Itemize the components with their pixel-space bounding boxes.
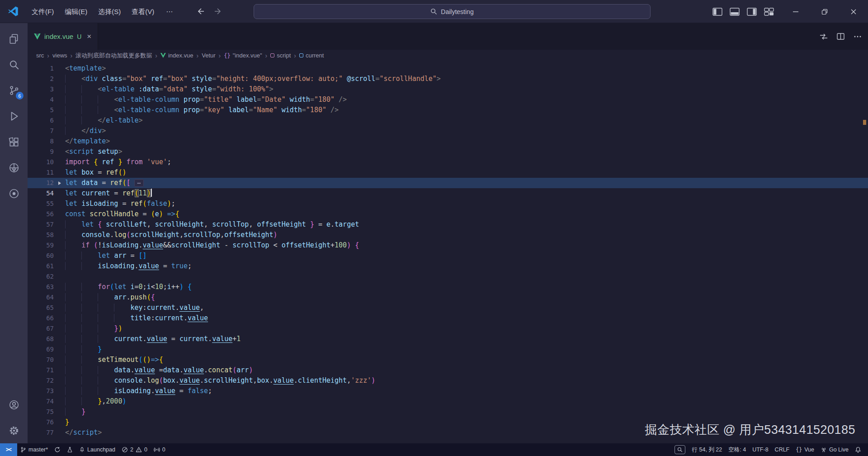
accounts-icon[interactable] — [0, 392, 28, 418]
braces-icon: {} — [224, 52, 230, 59]
zoom-button[interactable] — [675, 445, 685, 454]
code-line[interactable]: 69 } — [28, 344, 868, 355]
code-line[interactable]: 71 data.value =data.value.concat(arr) — [28, 365, 868, 375]
problems-button[interactable]: 2 0 — [118, 443, 151, 456]
menu-view[interactable]: 查看(V) — [126, 0, 160, 23]
more-actions-icon[interactable] — [854, 33, 862, 40]
code-line[interactable]: 63 for(let i=0;i<10;i++) { — [28, 282, 868, 292]
encoding-setting[interactable]: UTF-8 — [749, 443, 771, 456]
line-number: 56 — [28, 209, 54, 219]
code-line[interactable]: 74 },2000) — [28, 396, 868, 407]
line-number: 72 — [28, 375, 54, 386]
breadcrumb-item[interactable]: Vetur — [202, 52, 215, 59]
code-line[interactable]: 56const scrollHandle = (e) =>{ — [28, 209, 868, 219]
source-control-icon[interactable]: 6 — [0, 77, 28, 103]
breadcrumb-item[interactable]: {}"index.vue" — [224, 52, 262, 59]
code-line[interactable]: 60 let arr = [] — [28, 251, 868, 261]
breadcrumb-item[interactable]: current — [299, 52, 324, 59]
code-line[interactable]: 67 }) — [28, 323, 868, 334]
line-number: 61 — [28, 261, 54, 271]
settings-gear-icon[interactable] — [0, 418, 28, 443]
code-line[interactable]: 12let data = ref([⋯ — [28, 178, 868, 188]
menu-selection[interactable]: 选择(S) — [93, 0, 126, 23]
code-line[interactable]: 6 </el-table> — [28, 115, 868, 126]
code-line[interactable]: 66 title:current.value — [28, 313, 868, 323]
breadcrumb-item[interactable]: src — [36, 52, 44, 59]
tab-index-vue[interactable]: index.vue U × — [28, 23, 98, 50]
code-line[interactable]: 5 <el-table-column prop="key" label="Nam… — [28, 105, 868, 115]
language-mode[interactable]: {} Vue — [793, 443, 817, 456]
code-line[interactable]: 72 console.log(box.value.scrollHeight,bo… — [28, 375, 868, 386]
menu-file[interactable]: 文件(F) — [26, 0, 59, 23]
open-changes-icon[interactable] — [820, 33, 828, 40]
beaker-button[interactable] — [64, 443, 76, 456]
fold-chevron-icon[interactable] — [54, 181, 65, 185]
remote-explorer-icon[interactable] — [0, 155, 28, 180]
explorer-icon[interactable] — [0, 26, 28, 52]
code-line[interactable]: 54let current = ref(11) — [28, 188, 868, 199]
cursor-position[interactable]: 行 54, 列 22 — [689, 443, 726, 456]
code-line[interactable]: 70 setTimeout(()=>{ — [28, 355, 868, 365]
menu-more[interactable]: ⋯ — [160, 0, 179, 23]
editor-scrollbar[interactable] — [862, 61, 868, 443]
code-line[interactable]: 64 arr.push({ — [28, 292, 868, 303]
restore-button[interactable] — [810, 0, 839, 23]
git-branch-item[interactable]: master* — [17, 443, 51, 456]
eol-setting[interactable]: CRLF — [772, 443, 793, 456]
indentation-setting[interactable]: 空格: 4 — [725, 443, 749, 456]
go-live-button[interactable]: Go Live — [817, 443, 852, 456]
breadcrumb-separator: › — [155, 52, 157, 59]
back-arrow-icon[interactable] — [197, 8, 205, 15]
close-button[interactable] — [839, 0, 868, 23]
code-line[interactable]: 11let box = ref() — [28, 167, 868, 178]
run-debug-icon[interactable] — [0, 103, 28, 129]
remote-indicator[interactable]: >< — [0, 443, 17, 456]
toggle-panel-icon[interactable] — [730, 8, 740, 16]
line-number: 76 — [28, 417, 54, 428]
line-number: 66 — [28, 313, 54, 323]
ports-button[interactable]: 0 — [151, 443, 169, 456]
line-number: 12 — [28, 178, 54, 188]
notifications-button[interactable] — [852, 443, 864, 456]
code-line[interactable]: 61 isLoading.value = true; — [28, 261, 868, 271]
code-line[interactable]: 73 isLoading.value = false; — [28, 386, 868, 396]
customize-layout-icon[interactable] — [764, 8, 774, 16]
breadcrumb-item[interactable]: 滚动到底部自动加载更多数据 — [75, 52, 152, 60]
code-line[interactable]: 65 key:current.value, — [28, 303, 868, 313]
code-line[interactable]: 62 — [28, 271, 868, 282]
menu-edit[interactable]: 编辑(E) — [59, 0, 93, 23]
line-number: 8 — [28, 136, 54, 147]
line-number: 67 — [28, 323, 54, 334]
breadcrumb-item[interactable]: index.vue — [160, 52, 193, 59]
launchpad-button[interactable]: Launchpad — [76, 443, 118, 456]
extensions-icon[interactable] — [0, 129, 28, 155]
magnifier-icon — [677, 447, 683, 452]
split-editor-icon[interactable] — [837, 33, 844, 40]
minimize-button[interactable] — [781, 0, 810, 23]
code-line[interactable]: 59 if (!isLoading.value&&scrollHeight - … — [28, 240, 868, 251]
breadcrumb-item[interactable]: script — [270, 52, 291, 59]
code-line[interactable]: 8</template> — [28, 136, 868, 147]
tab-close-icon[interactable]: × — [87, 33, 91, 40]
code-line[interactable]: 57 let { scrollLeft, scrollHeight, scrol… — [28, 219, 868, 230]
code-line[interactable]: 58 console.log(scrollHeight,scrollTop,of… — [28, 230, 868, 240]
command-center-search[interactable]: Dailytesting — [254, 4, 651, 19]
code-line[interactable]: 1<template> — [28, 63, 868, 74]
code-line[interactable]: 75 } — [28, 407, 868, 417]
forward-arrow-icon[interactable] — [214, 8, 222, 15]
minimap[interactable] — [811, 63, 862, 104]
code-line[interactable]: 55let isLoading = ref(false); — [28, 199, 868, 209]
code-line[interactable]: 3 <el-table :data="data" style="width: 1… — [28, 84, 868, 95]
code-line[interactable]: 9<script setup> — [28, 147, 868, 157]
code-line[interactable]: 4 <el-table-column prop="title" label="D… — [28, 95, 868, 105]
code-line[interactable]: 2 <div class="box" ref="box" style="heig… — [28, 74, 868, 84]
testing-icon[interactable] — [0, 180, 28, 206]
sync-button[interactable] — [51, 443, 64, 456]
code-line[interactable]: 7 </div> — [28, 126, 868, 136]
search-icon[interactable] — [0, 52, 28, 77]
code-line[interactable]: 68 current.value = current.value+1 — [28, 334, 868, 344]
toggle-sidebar-icon[interactable] — [712, 8, 722, 16]
code-line[interactable]: 10import { ref } from 'vue'; — [28, 157, 868, 167]
toggle-secondary-sidebar-icon[interactable] — [747, 8, 757, 16]
breadcrumb-item[interactable]: views — [52, 52, 67, 59]
